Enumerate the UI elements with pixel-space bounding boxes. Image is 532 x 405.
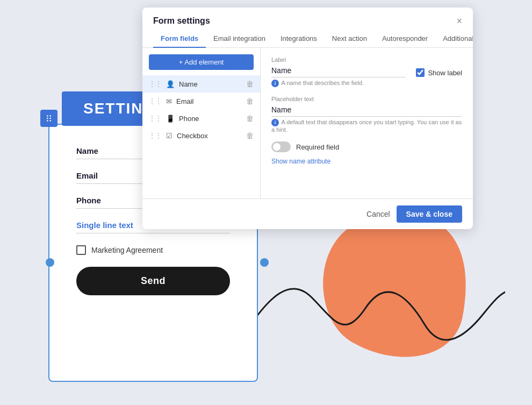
drag-icon: ⋮⋮ — [149, 115, 162, 122]
field-row-checkbox[interactable]: ⋮⋮ ☑ Checkbox 🗑 — [142, 127, 260, 144]
required-row: Required field — [271, 141, 462, 152]
svg-point-1 — [49, 115, 51, 117]
placeholder-heading: Placeholder text — [271, 96, 462, 102]
field-row-email[interactable]: ⋮⋮ ✉ Email 🗑 — [142, 93, 260, 110]
show-label-checkbox[interactable] — [416, 68, 425, 77]
svg-point-2 — [47, 118, 48, 119]
form-settings-dialog: Form settings × Form fields Email integr… — [142, 8, 473, 229]
resize-handle-right[interactable] — [260, 258, 269, 267]
close-button[interactable]: × — [456, 16, 462, 26]
field-name-label: Name — [179, 80, 242, 88]
delete-field-icon[interactable]: 🗑 — [246, 131, 254, 140]
field-email-label: Email — [176, 97, 242, 105]
placeholder-hint-text: A default text that disappears once you … — [271, 119, 462, 133]
bg-squiggle-decoration — [247, 254, 505, 362]
delete-field-icon[interactable]: 🗑 — [246, 80, 254, 88]
drag-icon: ⋮⋮ — [149, 97, 162, 105]
checkbox-icon: ☑ — [166, 132, 172, 140]
tab-email-integration[interactable]: Email integration — [206, 30, 273, 48]
phone-icon: 📱 — [166, 115, 175, 123]
tab-additional-settings[interactable]: Additional settings — [435, 30, 473, 48]
required-toggle[interactable] — [271, 141, 291, 152]
dialog-tabs: Form fields Email integration Integratio… — [142, 30, 473, 48]
person-icon: 👤 — [166, 80, 175, 88]
tab-next-action[interactable]: Next action — [325, 30, 375, 48]
add-element-button[interactable]: + Add element — [149, 54, 254, 70]
placeholder-input[interactable] — [271, 104, 462, 117]
tab-form-fields[interactable]: Form fields — [153, 30, 206, 48]
save-close-button[interactable]: Save & close — [397, 205, 462, 223]
dialog-body: + Add element ⋮⋮ 👤 Name 🗑 ⋮⋮ ✉ Email 🗑 ⋮… — [142, 48, 473, 198]
info-icon: i — [271, 80, 279, 87]
dialog-title: Form settings — [153, 16, 210, 26]
drag-icon: ⋮⋮ — [149, 132, 162, 139]
svg-point-3 — [49, 118, 51, 119]
label-input[interactable] — [271, 65, 405, 77]
show-name-attr-link[interactable]: Show name attribute — [271, 158, 462, 165]
placeholder-hint: i A default text that disappears once yo… — [271, 119, 462, 133]
label-hint-text: A name that describes the field. — [281, 80, 363, 86]
label-heading: Label — [271, 56, 405, 63]
delete-field-icon[interactable]: 🗑 — [246, 114, 254, 123]
resize-handle-left[interactable] — [46, 258, 54, 267]
show-label-row: Show label — [416, 67, 462, 77]
dialog-footer: Cancel Save & close — [142, 198, 473, 229]
form-field-checkbox: Marketing Agreement — [76, 245, 230, 255]
tab-integrations[interactable]: Integrations — [273, 30, 325, 48]
cancel-button[interactable]: Cancel — [366, 210, 390, 218]
field-phone-label: Phone — [179, 115, 242, 123]
svg-point-4 — [47, 120, 48, 122]
svg-point-5 — [49, 120, 51, 122]
required-label: Required field — [296, 143, 339, 151]
field-row-phone[interactable]: ⋮⋮ 📱 Phone 🗑 — [142, 110, 260, 127]
label-row: Label i A name that describes the field.… — [271, 56, 462, 87]
drag-handle-icon[interactable] — [40, 110, 57, 127]
dialog-header: Form settings × — [142, 8, 473, 26]
tab-autoresponder[interactable]: Autoresponder — [375, 30, 435, 48]
label-group: Label i A name that describes the field. — [271, 56, 405, 87]
marketing-checkbox[interactable] — [76, 245, 86, 255]
placeholder-group: Placeholder text i A default text that d… — [271, 96, 462, 133]
field-row-name[interactable]: ⋮⋮ 👤 Name 🗑 — [142, 75, 260, 93]
field-list-panel: + Add element ⋮⋮ 👤 Name 🗑 ⋮⋮ ✉ Email 🗑 ⋮… — [142, 48, 261, 198]
svg-point-0 — [47, 115, 48, 117]
checkbox-label: Marketing Agreement — [91, 246, 163, 254]
label-hint: i A name that describes the field. — [271, 80, 405, 87]
send-button[interactable]: Send — [76, 267, 230, 295]
toggle-slider — [271, 141, 291, 152]
field-settings-panel: Label i A name that describes the field.… — [261, 48, 473, 198]
info-icon-2: i — [271, 119, 279, 126]
drag-icon: ⋮⋮ — [149, 80, 162, 88]
show-label-text: Show label — [428, 69, 462, 77]
email-icon: ✉ — [166, 97, 172, 105]
field-checkbox-label: Checkbox — [177, 132, 242, 140]
delete-field-icon[interactable]: 🗑 — [246, 97, 254, 105]
